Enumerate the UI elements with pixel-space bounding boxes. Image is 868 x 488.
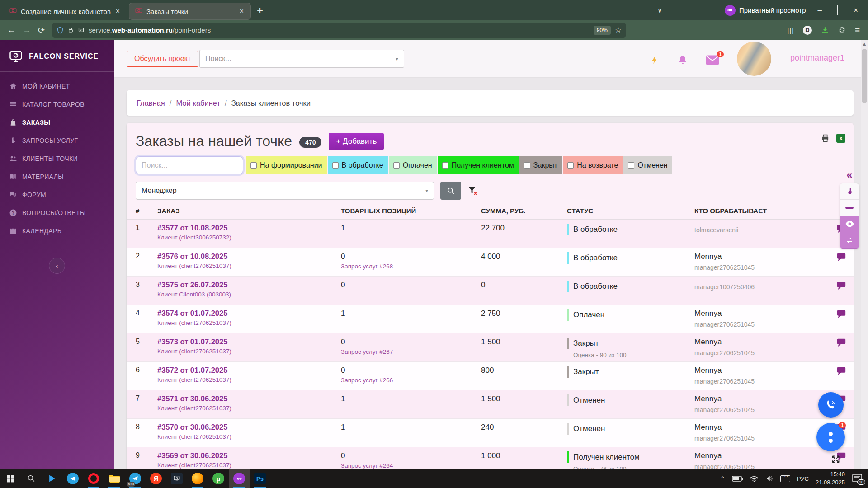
start-button[interactable] (0, 469, 21, 488)
taskbar-media-player-icon[interactable] (42, 469, 62, 488)
filter-chip-canceled[interactable]: Отменен (623, 156, 672, 174)
order-link[interactable]: #3576 от 10.08.2025 (157, 252, 227, 261)
sidebar-item-service-requests[interactable]: ЗАПРОСЫ УСЛУГ (0, 131, 114, 150)
taskbar-photoshop-icon[interactable]: Ps (250, 469, 270, 488)
volume-icon[interactable] (765, 475, 774, 482)
avatar[interactable] (737, 42, 771, 76)
tab-close-icon[interactable]: × (238, 7, 245, 15)
touch-keyboard-icon[interactable] (780, 475, 790, 482)
tab-list-chevron-icon[interactable]: ∨ (657, 6, 662, 14)
window-restore-button[interactable] (834, 6, 842, 15)
order-link[interactable]: #3575 от 26.07.2025 (157, 281, 227, 289)
discuss-project-button[interactable]: Обсудить проект (127, 51, 198, 67)
taskbar-clock[interactable]: 15:40 21.08.2025 (816, 470, 845, 486)
browser-tab-active[interactable]: Заказы точки × (129, 3, 250, 19)
scroll-up-icon[interactable]: ▲ (861, 40, 868, 47)
brand[interactable]: FALCON SERVICE (0, 40, 114, 72)
sidebar-item-my-cabinet[interactable]: МОЙ КАБИНЕТ (0, 77, 114, 95)
sidebar-collapse-button[interactable]: ‹ (49, 258, 65, 274)
envelope-icon[interactable] (706, 55, 719, 65)
order-link[interactable]: #3570 от 30.06.2025 (157, 423, 227, 432)
download-icon[interactable] (821, 26, 829, 34)
order-link[interactable]: #3572 от 01.07.2025 (157, 366, 227, 375)
notification-center-icon[interactable]: 10 (852, 474, 863, 483)
sidebar-item-clients[interactable]: КЛИЕНТЫ ТОЧКИ (0, 150, 114, 168)
fullscreen-expand-icon[interactable] (831, 455, 840, 464)
sidebar-item-materials[interactable]: МАТЕРИАЛЫ (0, 168, 114, 186)
taskbar-falcon-app-icon[interactable] (166, 469, 187, 488)
reload-icon[interactable]: ⟳ (38, 25, 45, 35)
filter-chip-forming[interactable]: На формировании (246, 156, 327, 174)
forward-icon[interactable]: → (23, 25, 31, 35)
taskbar-yandex-icon[interactable]: Я (146, 469, 166, 488)
chat-icon[interactable] (836, 281, 846, 291)
add-order-button[interactable]: + Добавить (329, 133, 384, 150)
taskbar-utorrent-icon[interactable]: µ (208, 469, 229, 488)
checkbox[interactable] (567, 162, 574, 169)
order-link[interactable]: #3569 от 30.06.2025 (157, 451, 227, 460)
minimize-tool-button[interactable] (840, 200, 859, 216)
battery-icon[interactable] (732, 476, 743, 482)
taskbar-telegram-icon[interactable] (62, 469, 83, 488)
sidebar-item-faq[interactable]: ? ВОПРОСЫ/ОТВЕТЫ (0, 204, 114, 222)
lock-icon[interactable] (68, 27, 74, 33)
window-close-button[interactable]: × (850, 6, 862, 15)
manager-select[interactable]: Менеджер ▾ (136, 182, 434, 200)
chat-icon[interactable] (836, 252, 846, 262)
order-link[interactable]: #3573 от 01.07.2025 (157, 338, 227, 346)
order-link[interactable]: #3574 от 01.07.2025 (157, 309, 227, 318)
print-icon[interactable] (821, 134, 830, 143)
filter-chip-closed[interactable]: Закрыт (519, 156, 562, 174)
window-minimize-button[interactable]: – (814, 6, 826, 15)
checkbox[interactable] (628, 162, 634, 169)
chat-icon[interactable] (836, 338, 846, 347)
export-excel-icon[interactable]: x (836, 134, 845, 143)
collapse-panel-icon[interactable]: « (840, 170, 859, 180)
filter-chip-received[interactable]: Получен клиентом (438, 156, 519, 174)
hand-tool-button[interactable] (840, 183, 859, 200)
checkbox[interactable] (250, 162, 257, 169)
chat-icon[interactable] (836, 309, 846, 319)
lightning-icon[interactable] (650, 54, 659, 66)
swap-tool-button[interactable] (840, 232, 859, 249)
tab-close-icon[interactable]: × (114, 7, 121, 15)
extensions-puzzle-icon[interactable] (838, 26, 846, 34)
sidebar-item-orders[interactable]: ЗАКАЗЫ (0, 113, 114, 131)
wifi-icon[interactable] (750, 475, 759, 482)
order-link[interactable]: #3577 от 10.08.2025 (157, 224, 227, 232)
taskbar-active-browser-icon[interactable] (229, 469, 250, 488)
browser-tab-inactive[interactable]: Создание личных кабинетов н × (4, 3, 127, 19)
chat-widget-button[interactable]: 1 (816, 423, 845, 451)
menu-hamburger-icon[interactable]: ≡ (855, 25, 860, 35)
account-d-icon[interactable]: D (803, 26, 812, 35)
table-search-input[interactable] (136, 156, 243, 174)
checkbox[interactable] (393, 162, 400, 169)
order-link[interactable]: #3571 от 30.06.2025 (157, 394, 227, 403)
permissions-icon[interactable] (78, 27, 85, 33)
checkbox[interactable] (442, 162, 448, 169)
taskbar-telegram2-icon[interactable]: 630 (125, 469, 146, 488)
filter-chip-return[interactable]: На возврате (563, 156, 623, 174)
sidebar-item-catalog[interactable]: КАТАЛОГ ТОВАРОВ (0, 95, 114, 113)
new-tab-button[interactable]: + (257, 4, 263, 17)
tray-chevron-icon[interactable]: ⌃ (720, 475, 725, 482)
page-zoom-badge[interactable]: 90% (594, 26, 611, 35)
bell-icon[interactable] (677, 54, 688, 66)
taskbar-firefox-icon[interactable] (187, 469, 208, 488)
filter-chip-paid[interactable]: Оплачен (389, 156, 437, 174)
checkbox[interactable] (524, 162, 530, 169)
filter-chip-processing[interactable]: В обработке (328, 156, 388, 174)
language-indicator[interactable]: РУС (797, 475, 809, 482)
scrollbar-thumb[interactable] (862, 49, 867, 103)
library-icon[interactable]: ||| (787, 26, 794, 34)
checkbox[interactable] (332, 162, 339, 169)
chat-icon[interactable] (836, 366, 846, 376)
sidebar-item-forum[interactable]: ФОРУМ (0, 186, 114, 204)
viber-call-button[interactable] (818, 392, 844, 418)
header-search-select[interactable]: Поиск... ▾ (199, 50, 404, 68)
taskbar-search-button[interactable] (21, 469, 42, 488)
taskbar-file-explorer-icon[interactable] (104, 469, 125, 488)
apply-search-button[interactable] (440, 182, 461, 200)
address-input[interactable]: service.web-automation.ru/point-orders 9… (52, 23, 626, 38)
breadcrumb-cabinet-link[interactable]: Мой кабинет (176, 99, 220, 108)
